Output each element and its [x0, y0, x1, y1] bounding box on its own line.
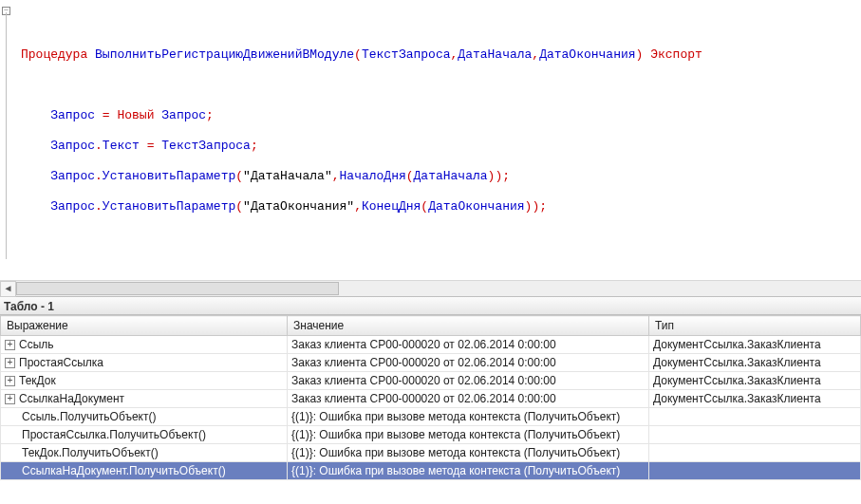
expr-text: Ссыль: [19, 338, 54, 351]
type-cell: [649, 426, 861, 444]
expand-icon[interactable]: +: [5, 376, 15, 386]
scroll-left-icon[interactable]: ◄: [0, 281, 16, 297]
table-row[interactable]: СсылкаНаДокумент.ПолучитьОбъект(){(1)}: …: [1, 462, 861, 480]
type-cell: [649, 444, 861, 462]
type-cell: ДокументСсылка.ЗаказКлиента: [649, 336, 861, 354]
col-header-type[interactable]: Тип: [649, 316, 861, 336]
expand-icon[interactable]: +: [5, 340, 15, 350]
kw-export: Экспорт: [650, 47, 702, 62]
expr-text: ПростаяСсылка.ПолучитьОбъект(): [22, 428, 206, 441]
fold-line: [6, 12, 7, 259]
table-row[interactable]: +ТекДокЗаказ клиента СР00-000020 от 02.0…: [1, 372, 861, 390]
value-cell: {(1)}: Ошибка при вызове метода контекст…: [288, 408, 649, 426]
expr-text: СсылкаНаДокумент.ПолучитьОбъект(): [22, 464, 226, 477]
scroll-thumb[interactable]: [16, 282, 339, 295]
horizontal-scrollbar[interactable]: ◄: [0, 280, 861, 296]
expand-icon[interactable]: +: [5, 358, 15, 368]
type-cell: [649, 408, 861, 426]
value-cell: Заказ клиента СР00-000020 от 02.06.2014 …: [288, 354, 649, 372]
expr-text: ПростаяСсылка: [19, 356, 103, 369]
table-row[interactable]: +ПростаяСсылкаЗаказ клиента СР00-000020 …: [1, 354, 861, 372]
expand-icon[interactable]: +: [5, 394, 15, 404]
kw-procedure: Процедура: [21, 47, 87, 62]
table-row[interactable]: ПростаяСсылка.ПолучитьОбъект(){(1)}: Оши…: [1, 426, 861, 444]
type-cell: ДокументСсылка.ЗаказКлиента: [649, 390, 861, 408]
code-editor[interactable]: − Процедура ВыполнитьРегистрациюДвижений…: [0, 0, 861, 280]
value-cell: {(1)}: Ошибка при вызове метода контекст…: [288, 426, 649, 444]
table-row[interactable]: +СсыльЗаказ клиента СР00-000020 от 02.06…: [1, 336, 861, 354]
expr-text: СсылкаНаДокумент: [19, 392, 124, 405]
col-header-value[interactable]: Значение: [288, 316, 649, 336]
value-cell: Заказ клиента СР00-000020 от 02.06.2014 …: [288, 336, 649, 354]
watch-panel-title: Табло - 1: [0, 296, 861, 315]
value-cell: {(1)}: Ошибка при вызове метода контекст…: [288, 444, 649, 462]
proc-name: ВыполнитьРегистрациюДвиженийВМодуле: [95, 47, 354, 62]
watch-grid[interactable]: Выражение Значение Тип +СсыльЗаказ клиен…: [0, 315, 861, 480]
col-header-expression[interactable]: Выражение: [1, 316, 288, 336]
table-row[interactable]: +СсылкаНаДокументЗаказ клиента СР00-0000…: [1, 390, 861, 408]
table-row[interactable]: ТекДок.ПолучитьОбъект(){(1)}: Ошибка при…: [1, 444, 861, 462]
expr-text: ТекДок.ПолучитьОбъект(): [22, 446, 159, 459]
type-cell: ДокументСсылка.ЗаказКлиента: [649, 372, 861, 390]
type-cell: [649, 462, 861, 480]
expr-text: ТекДок: [19, 374, 56, 387]
value-cell: Заказ клиента СР00-000020 от 02.06.2014 …: [288, 372, 649, 390]
table-row[interactable]: Ссыль.ПолучитьОбъект(){(1)}: Ошибка при …: [1, 408, 861, 426]
value-cell: Заказ клиента СР00-000020 от 02.06.2014 …: [288, 390, 649, 408]
expr-text: Ссыль.ПолучитьОбъект(): [22, 410, 156, 423]
type-cell: ДокументСсылка.ЗаказКлиента: [649, 354, 861, 372]
value-cell: {(1)}: Ошибка при вызове метода контекст…: [288, 462, 649, 480]
